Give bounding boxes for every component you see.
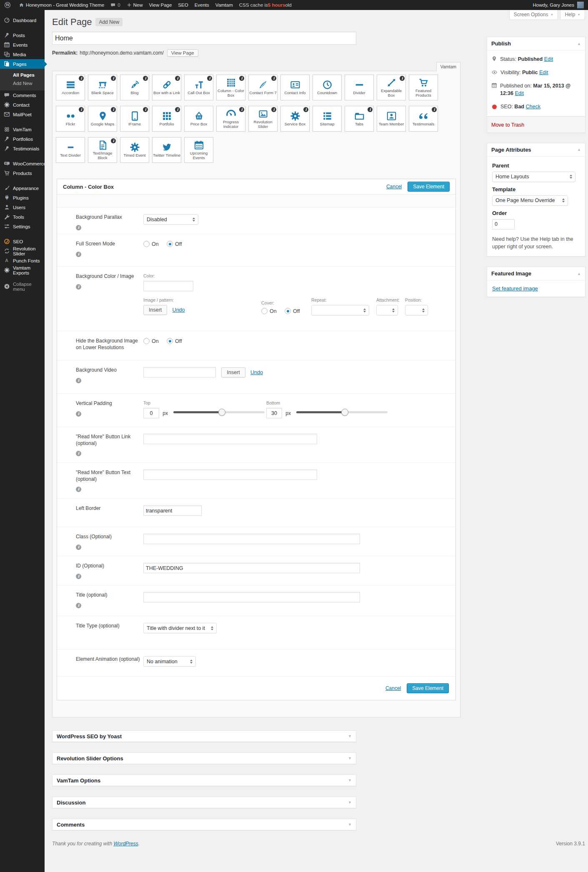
move-to-trash-link[interactable]: Move to Trash (491, 122, 524, 128)
template-select[interactable]: One Page Menu Override (492, 195, 568, 206)
info-icon[interactable]: i (303, 107, 308, 112)
fullscreen-off-radio[interactable] (167, 241, 173, 247)
info-icon[interactable]: i (76, 252, 81, 257)
cancel-link[interactable]: Cancel (386, 184, 402, 190)
element-button-flickr[interactable]: iFlickr (56, 106, 85, 132)
view-page-button[interactable]: View Page (167, 49, 198, 57)
background-video-input[interactable] (143, 367, 216, 377)
new-content-menu[interactable]: New (127, 2, 143, 7)
wordpress-link[interactable]: WordPress (113, 841, 138, 847)
sidebar-item-revolution-slider[interactable]: Revolution Slider (0, 246, 45, 256)
info-icon[interactable]: i (76, 451, 81, 456)
element-button-expandable-box[interactable]: iExpandable Box (377, 75, 406, 100)
element-button-text-image-block[interactable]: iText/Image Block (88, 137, 117, 163)
sidebar-item-collapse-menu[interactable]: Collapse menu (0, 282, 45, 291)
element-button-featured-products[interactable]: Featured Products (409, 75, 438, 100)
element-button-service-box[interactable]: iService Box (280, 106, 310, 132)
collapse-toggle-icon[interactable]: ▼ (348, 734, 352, 738)
sidebar-item-portfolios[interactable]: Portfolios (0, 134, 45, 144)
element-button-column-color-box[interactable]: iColumn - Color Box (216, 75, 245, 100)
add-new-button[interactable]: Add New (95, 18, 123, 26)
collapse-toggle-icon[interactable]: ▼ (348, 822, 352, 827)
comments-menu[interactable]: 0 (110, 2, 120, 8)
title-type-select[interactable]: Title with divider next to it (143, 623, 217, 633)
info-icon[interactable]: i (400, 76, 405, 81)
avatar[interactable] (577, 2, 584, 8)
slider-knob[interactable] (341, 409, 348, 416)
admin-bar-item-events[interactable]: Events (195, 2, 209, 7)
metabox-wordpress-seo-by-yoast[interactable]: WordPress SEO by Yoast▼ (52, 730, 356, 742)
info-icon[interactable]: i (76, 574, 81, 579)
element-button-price-box[interactable]: Price Box (184, 106, 213, 132)
element-button-countdown[interactable]: Countdown (313, 75, 342, 100)
sidebar-item-posts[interactable]: Posts (0, 30, 45, 40)
save-element-button-bottom[interactable]: Save Element (407, 683, 449, 693)
info-icon[interactable]: i (143, 107, 148, 112)
element-button-upcoming-events[interactable]: Upcoming Events (184, 137, 213, 163)
element-button-progress-indicator[interactable]: iProgress Indicator (216, 106, 245, 132)
admin-bar-item-view-page[interactable]: View Page (149, 2, 172, 7)
element-button-iframe[interactable]: iIFrame (120, 106, 149, 132)
info-icon[interactable]: i (76, 545, 81, 550)
left-border-input[interactable] (143, 505, 202, 516)
metabox-comments[interactable]: Comments▼ (52, 819, 356, 830)
padding-top-input[interactable] (143, 408, 159, 418)
sidebar-item-pages[interactable]: Pages (0, 59, 45, 69)
collapse-toggle-icon[interactable]: ▼ (348, 756, 352, 760)
info-icon[interactable]: i (76, 378, 81, 383)
info-icon[interactable]: i (271, 76, 276, 81)
hide-bg-on-radio[interactable] (143, 338, 150, 344)
edit-visibility-link[interactable]: Edit (539, 70, 548, 75)
padding-bottom-slider[interactable] (296, 411, 388, 413)
element-animation-select[interactable]: No animation (143, 656, 196, 667)
attachment-select[interactable] (376, 305, 398, 315)
sidebar-item-products[interactable]: Products (0, 168, 45, 178)
sidebar-item-media[interactable]: Media (0, 50, 45, 59)
cover-off-radio[interactable] (285, 308, 291, 314)
element-button-twitter-timeline[interactable]: Twitter Timeline (152, 137, 181, 163)
collapse-toggle-icon[interactable]: ▲ (577, 272, 581, 276)
element-button-blog[interactable]: iBlog (120, 75, 149, 100)
sidebar-item-settings[interactable]: Settings (0, 222, 45, 231)
info-icon[interactable]: i (111, 76, 116, 81)
help-tab[interactable]: Help ▼ (560, 10, 585, 20)
info-icon[interactable]: i (207, 76, 212, 81)
element-button-team-member[interactable]: Team Member (377, 106, 406, 132)
sidebar-item-users[interactable]: Users (0, 202, 45, 212)
order-input[interactable] (492, 219, 515, 230)
save-element-button[interactable]: Save Element (408, 182, 450, 192)
site-name-menu[interactable]: Honeymoon - Great Wedding Theme (19, 2, 104, 8)
sidebar-item-vamtam[interactable]: VamTam (0, 125, 45, 134)
permalink-url[interactable]: http://honeymoon.demo.vamtam.com/ (80, 50, 163, 56)
edit-published-link[interactable]: Edit (515, 90, 524, 96)
info-icon[interactable]: i (239, 76, 244, 81)
sidebar-item-mailpoet[interactable]: MailPoet (0, 110, 45, 119)
info-icon[interactable]: i (271, 107, 276, 112)
sidebar-item-appearance[interactable]: Appearance (0, 183, 45, 193)
metabox-discussion[interactable]: Discussion▼ (52, 797, 356, 808)
set-featured-image-link[interactable]: Set featured image (492, 285, 538, 292)
admin-bar-item-vamtam[interactable]: Vamtam (215, 2, 233, 7)
element-button-google-maps[interactable]: iGoogle Maps (88, 106, 117, 132)
sidebar-item-testimonials[interactable]: Testimonials (0, 144, 45, 153)
element-button-call-out-box[interactable]: iCall Out Box (184, 75, 213, 100)
padding-top-slider[interactable] (173, 411, 265, 413)
class-input[interactable] (143, 534, 360, 544)
screen-options-tab[interactable]: Screen Options ▼ (509, 10, 558, 20)
sidebar-item-plugins[interactable]: Plugins (0, 193, 45, 202)
undo-image-link[interactable]: Undo (173, 307, 185, 313)
element-button-revolution-slider[interactable]: iRevolution Slider (248, 106, 278, 132)
sidebar-item-woocommerce[interactable]: WooCommerce (0, 159, 45, 168)
element-button-blank-space[interactable]: iBlank Space (88, 75, 117, 100)
element-button-text-divider[interactable]: Text Divider (56, 137, 85, 163)
info-icon[interactable]: i (76, 411, 81, 417)
sidebar-subitem-add-new[interactable]: Add New (0, 79, 45, 87)
sidebar-item-seo[interactable]: SEO (0, 237, 45, 246)
collapse-toggle-icon[interactable]: ▲ (577, 147, 581, 152)
fullscreen-on-radio[interactable] (143, 241, 150, 247)
info-icon[interactable]: i (79, 76, 84, 81)
vamtam-editor-tab[interactable]: Vamtam (436, 62, 460, 71)
sidebar-item-punch-fonts[interactable]: APunch Fonts (0, 256, 45, 265)
info-icon[interactable]: i (143, 76, 148, 81)
element-button-timed-event[interactable]: Timed Event (120, 137, 149, 163)
